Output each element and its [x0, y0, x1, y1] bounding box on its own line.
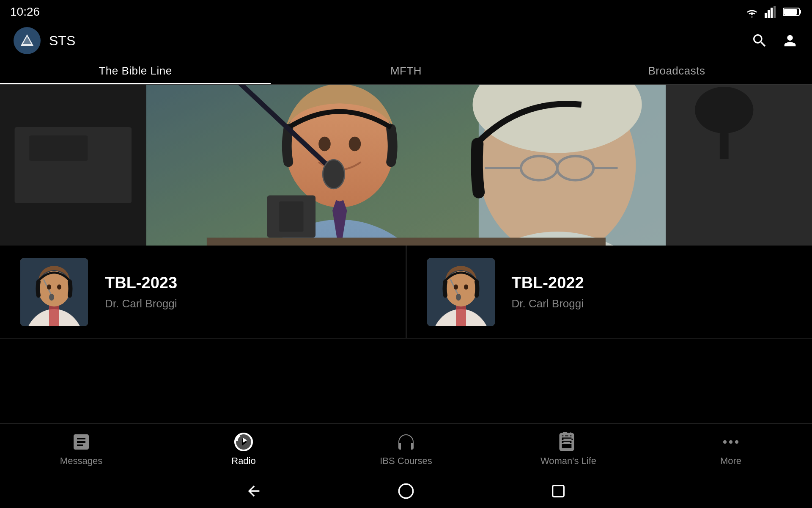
grid-thumb-tbl2022 [427, 258, 495, 326]
svg-rect-31 [279, 202, 303, 232]
grid-subtitle-tbl2022: Dr. Carl Broggi [512, 297, 584, 310]
hero-right-panel [666, 85, 812, 246]
grid-section: TBL-2023 Dr. Carl Broggi [0, 246, 812, 339]
app-logo[interactable] [14, 27, 41, 54]
svg-rect-1 [768, 10, 770, 18]
grid-item-tbl2022[interactable]: TBL-2022 Dr. Carl Broggi [407, 246, 812, 338]
search-icon[interactable] [751, 32, 768, 49]
svg-point-57 [735, 440, 738, 444]
tab-bible-line[interactable]: The Bible Line [0, 58, 271, 84]
nav-item-ibs-courses[interactable]: IBS Courses [325, 424, 487, 474]
grid-info-tbl2022: TBL-2022 Dr. Carl Broggi [512, 274, 584, 310]
logo-icon [19, 32, 36, 49]
svg-rect-3 [774, 6, 776, 18]
grid-title-tbl2022: TBL-2022 [512, 274, 584, 292]
grid-thumb-tbl2023 [20, 258, 88, 326]
status-bar: 10:26 [0, 0, 812, 24]
back-button[interactable] [245, 483, 262, 500]
svg-rect-29 [206, 237, 605, 246]
svg-rect-2 [771, 8, 773, 18]
radio-icon [233, 432, 254, 452]
svg-point-49 [454, 284, 458, 290]
svg-point-55 [723, 440, 727, 444]
app-bar-left: STS [14, 27, 75, 54]
nav-label-more: More [720, 456, 741, 467]
nav-item-radio[interactable]: Radio [162, 424, 325, 474]
nav-label-ibs-courses: IBS Courses [380, 456, 432, 467]
svg-point-33 [695, 87, 754, 133]
svg-rect-11 [29, 135, 88, 161]
bottom-nav: Messages Radio IBS Courses Woman's Life [0, 423, 812, 474]
status-time: 10:26 [10, 5, 40, 19]
signal-icon [765, 6, 778, 18]
nav-label-radio: Radio [231, 456, 255, 467]
tabs: The Bible Line MFTH Broadcasts [0, 58, 812, 85]
status-icons [744, 6, 802, 18]
nav-label-womans-life: Woman's Life [540, 456, 596, 467]
svg-point-17 [348, 137, 361, 151]
app-bar-right [751, 32, 798, 49]
svg-point-16 [318, 137, 331, 151]
nav-label-messages: Messages [60, 456, 102, 467]
svg-point-41 [47, 284, 51, 290]
grid-info-tbl2023: TBL-2023 Dr. Carl Broggi [105, 274, 177, 310]
wifi-icon [744, 6, 760, 18]
system-nav [0, 474, 812, 508]
app-bar: STS [0, 24, 812, 58]
hero-image [0, 85, 812, 246]
svg-point-50 [464, 284, 468, 290]
tab-broadcasts[interactable]: Broadcasts [541, 58, 812, 84]
svg-rect-59 [553, 486, 564, 497]
svg-point-48 [456, 294, 461, 301]
more-icon [721, 432, 741, 452]
book-icon [71, 432, 91, 452]
journal-icon [558, 432, 579, 452]
svg-point-42 [57, 284, 61, 290]
battery-icon [783, 7, 802, 17]
tab-mfth[interactable]: MFTH [271, 58, 541, 84]
svg-point-19 [323, 160, 344, 189]
account-icon[interactable] [782, 32, 798, 49]
grid-title-tbl2023: TBL-2023 [105, 274, 177, 292]
svg-point-56 [729, 440, 732, 444]
home-button[interactable] [398, 483, 414, 500]
svg-rect-0 [765, 13, 767, 18]
svg-rect-5 [799, 10, 801, 14]
hero-center-panel [146, 85, 666, 246]
svg-rect-34 [720, 133, 729, 159]
grid-item-tbl2023[interactable]: TBL-2023 Dr. Carl Broggi [0, 246, 406, 338]
app-title: STS [49, 33, 75, 49]
svg-point-58 [399, 484, 413, 498]
nav-item-messages[interactable]: Messages [0, 424, 162, 474]
recents-button[interactable] [550, 483, 567, 500]
grid-subtitle-tbl2023: Dr. Carl Broggi [105, 297, 177, 310]
headphones-icon [396, 432, 416, 452]
nav-item-more[interactable]: More [650, 424, 812, 474]
svg-rect-6 [784, 9, 797, 15]
nav-item-womans-life[interactable]: Woman's Life [487, 424, 650, 474]
svg-point-40 [49, 294, 54, 301]
hero-left-panel [0, 85, 146, 246]
